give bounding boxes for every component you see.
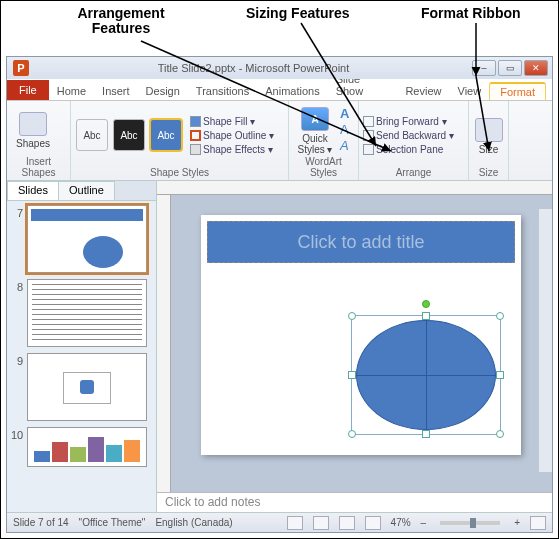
powerpoint-window: P Title Slide2.pptx - Microsoft PowerPoi… bbox=[6, 56, 553, 533]
ruler-horizontal bbox=[157, 181, 552, 195]
ribbon-tabs: File Home Insert Design Transitions Anim… bbox=[7, 79, 552, 101]
shape-effects-button[interactable]: Shape Effects ▾ bbox=[190, 143, 274, 156]
zoom-out-button[interactable]: – bbox=[421, 517, 427, 528]
resize-handle[interactable] bbox=[348, 430, 356, 438]
format-ribbon: Shapes Insert Shapes Abc Abc Abc Shape F… bbox=[7, 101, 552, 181]
shape-fill-button[interactable]: Shape Fill ▾ bbox=[190, 115, 274, 128]
theme-name: "Office Theme" bbox=[79, 517, 146, 528]
group-insert-shapes: Insert Shapes bbox=[11, 156, 66, 178]
quick-styles-button[interactable]: AQuick Styles ▾ bbox=[293, 105, 337, 155]
zoom-slider[interactable] bbox=[440, 521, 500, 525]
minimize-button[interactable]: – bbox=[472, 60, 496, 76]
sorter-view-button[interactable] bbox=[313, 516, 329, 530]
oval-shape[interactable] bbox=[356, 320, 496, 430]
group-shape-styles: Shape Styles bbox=[75, 167, 284, 178]
tab-view[interactable]: View bbox=[450, 82, 490, 100]
selected-shape-frame[interactable] bbox=[351, 315, 501, 435]
language-indicator[interactable]: English (Canada) bbox=[155, 517, 232, 528]
tab-home[interactable]: Home bbox=[49, 82, 94, 100]
shapes-gallery-button[interactable]: Shapes bbox=[11, 110, 55, 149]
tab-review[interactable]: Review bbox=[397, 82, 449, 100]
thumbnail-10[interactable] bbox=[27, 427, 147, 467]
group-arrange: Arrange bbox=[363, 167, 464, 178]
notes-pane[interactable]: Click to add notes bbox=[157, 492, 552, 512]
style-swatch-3[interactable]: Abc bbox=[150, 119, 182, 151]
status-bar: Slide 7 of 14 "Office Theme" English (Ca… bbox=[7, 512, 552, 532]
send-backward-button[interactable]: Send Backward ▾ bbox=[363, 129, 454, 142]
thumb-num-9: 9 bbox=[11, 355, 23, 367]
resize-handle[interactable] bbox=[422, 312, 430, 320]
resize-handle[interactable] bbox=[348, 312, 356, 320]
close-button[interactable]: ✕ bbox=[524, 60, 548, 76]
slideshow-view-button[interactable] bbox=[365, 516, 381, 530]
tab-insert[interactable]: Insert bbox=[94, 82, 138, 100]
resize-handle[interactable] bbox=[496, 312, 504, 320]
tab-format[interactable]: Format bbox=[489, 82, 546, 100]
thumb-num-7: 7 bbox=[11, 207, 23, 219]
slide-canvas[interactable]: Click to add title bbox=[201, 215, 521, 455]
scrollbar-vertical[interactable] bbox=[538, 209, 552, 472]
slide-editor: Click to add title bbox=[157, 181, 552, 512]
tab-animations[interactable]: Animations bbox=[257, 82, 327, 100]
zoom-level[interactable]: 47% bbox=[391, 517, 411, 528]
normal-view-button[interactable] bbox=[287, 516, 303, 530]
tab-file[interactable]: File bbox=[7, 80, 49, 100]
rotate-handle[interactable] bbox=[422, 300, 430, 308]
slides-pane: Slides Outline 7 8 9 10 bbox=[7, 181, 157, 512]
resize-handle[interactable] bbox=[348, 371, 356, 379]
annotation-arrangement: Arrangement Features bbox=[61, 6, 181, 37]
thumbnail-9[interactable] bbox=[27, 353, 147, 421]
tab-transitions[interactable]: Transitions bbox=[188, 82, 257, 100]
zoom-in-button[interactable]: + bbox=[514, 517, 520, 528]
ruler-vertical bbox=[157, 195, 171, 492]
bring-forward-button[interactable]: Bring Forward ▾ bbox=[363, 115, 454, 128]
slides-tab[interactable]: Slides bbox=[7, 181, 59, 200]
canvas[interactable]: Click to add title bbox=[171, 195, 552, 492]
style-swatch-2[interactable]: Abc bbox=[113, 119, 145, 151]
annotation-format-ribbon: Format Ribbon bbox=[421, 6, 521, 21]
title-bar: P Title Slide2.pptx - Microsoft PowerPoi… bbox=[7, 57, 552, 79]
fit-to-window-button[interactable] bbox=[530, 516, 546, 530]
reading-view-button[interactable] bbox=[339, 516, 355, 530]
slide-counter: Slide 7 of 14 bbox=[13, 517, 69, 528]
group-size: Size bbox=[473, 167, 504, 178]
tab-design[interactable]: Design bbox=[138, 82, 188, 100]
annotation-sizing: Sizing Features bbox=[246, 6, 349, 21]
thumbnail-8[interactable] bbox=[27, 279, 147, 347]
size-button[interactable]: Size bbox=[473, 116, 504, 155]
resize-handle[interactable] bbox=[496, 430, 504, 438]
thumbnail-7[interactable] bbox=[27, 205, 147, 273]
maximize-button[interactable]: ▭ bbox=[498, 60, 522, 76]
style-swatch-1[interactable]: Abc bbox=[76, 119, 108, 151]
thumb-num-8: 8 bbox=[11, 281, 23, 293]
window-title: Title Slide2.pptx - Microsoft PowerPoint bbox=[35, 62, 472, 74]
selection-pane-button[interactable]: Selection Pane bbox=[363, 143, 454, 156]
app-icon: P bbox=[13, 60, 29, 76]
shape-outline-button[interactable]: Shape Outline ▾ bbox=[190, 129, 274, 142]
group-wordart-styles: WordArt Styles bbox=[293, 156, 354, 178]
resize-handle[interactable] bbox=[422, 430, 430, 438]
thumb-num-10: 10 bbox=[11, 429, 23, 441]
outline-tab[interactable]: Outline bbox=[58, 181, 115, 200]
resize-handle[interactable] bbox=[496, 371, 504, 379]
title-placeholder[interactable]: Click to add title bbox=[207, 221, 515, 263]
